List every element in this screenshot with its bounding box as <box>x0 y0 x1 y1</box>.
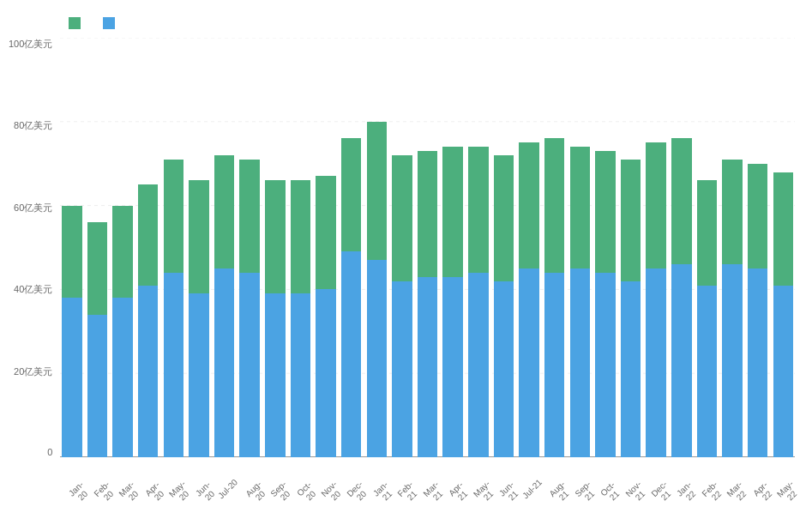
bar-google <box>748 164 767 269</box>
bar-stack <box>112 206 132 457</box>
bar-stack <box>494 155 514 457</box>
bar-google <box>189 180 208 293</box>
bar-google <box>265 180 285 293</box>
bar-group <box>365 38 389 457</box>
bar-stack <box>595 151 615 457</box>
bar-stack <box>722 160 742 457</box>
bar-group <box>517 38 541 457</box>
bar-apple <box>112 298 132 457</box>
bar-google <box>519 142 538 269</box>
bar-google <box>87 222 107 315</box>
bar-google <box>646 142 665 269</box>
bars-area <box>60 38 795 457</box>
bar-apple <box>341 251 361 457</box>
bar-group <box>213 38 237 457</box>
bar-apple <box>291 293 310 457</box>
bar-apple <box>646 269 665 457</box>
bar-group <box>162 38 186 457</box>
bar-google <box>291 180 310 293</box>
bar-apple <box>418 277 437 457</box>
bar-apple <box>367 260 387 457</box>
y-label: 100亿美元 <box>9 38 52 51</box>
bar-group <box>60 38 84 457</box>
bar-apple <box>773 286 793 457</box>
bar-group <box>619 38 643 457</box>
bar-stack <box>367 122 387 457</box>
chart-area: Jan-20Feb-20Mar-20Apr-20May-20Jun-20Jul-… <box>60 38 795 457</box>
bar-group <box>187 38 211 457</box>
bar-group <box>466 38 490 457</box>
bar-apple <box>316 289 335 457</box>
apple-color-swatch <box>103 17 115 29</box>
y-label: 80亿美元 <box>9 119 52 132</box>
y-label: 60亿美元 <box>9 202 52 214</box>
bar-stack <box>316 176 335 457</box>
bar-google <box>697 180 717 285</box>
bar-apple <box>214 269 234 457</box>
bar-apple <box>442 277 462 457</box>
bar-group <box>772 38 796 457</box>
bar-stack <box>697 180 717 457</box>
google-color-swatch <box>69 17 81 29</box>
bar-stack <box>164 160 183 457</box>
bar-group <box>543 38 567 457</box>
bar-stack <box>671 138 691 457</box>
bar-google <box>494 155 514 281</box>
bar-stack <box>341 138 361 457</box>
bar-apple <box>570 269 590 457</box>
bar-group <box>263 38 287 457</box>
bar-group <box>289 38 313 457</box>
bar-apple <box>164 273 183 457</box>
bar-stack <box>189 180 208 457</box>
bar-group <box>695 38 719 457</box>
y-axis: 020亿美元40亿美元60亿美元80亿美元100亿美元 <box>9 38 52 457</box>
bar-google <box>138 184 158 285</box>
bar-apple <box>468 273 488 457</box>
bar-apple <box>519 269 538 457</box>
bar-google <box>341 138 361 251</box>
bar-stack <box>519 142 538 457</box>
bar-google <box>112 206 132 299</box>
bar-stack <box>468 147 488 457</box>
bar-stack <box>621 160 641 457</box>
bar-google <box>239 160 259 273</box>
x-axis: Jan-20Feb-20Mar-20Apr-20May-20Jun-20Jul-… <box>60 481 795 504</box>
bar-google <box>621 160 641 281</box>
bar-stack <box>87 222 107 457</box>
bar-apple <box>748 269 767 457</box>
bar-google <box>595 151 615 273</box>
bar-google <box>544 138 564 272</box>
x-label: May-22 <box>773 477 804 508</box>
bar-stack <box>570 147 590 457</box>
bar-apple <box>239 273 259 457</box>
bar-group <box>492 38 516 457</box>
y-label: 40亿美元 <box>9 283 52 296</box>
y-label: 0 <box>9 447 52 457</box>
bar-apple <box>62 298 81 457</box>
bar-group <box>416 38 440 457</box>
bar-stack <box>392 155 412 457</box>
bar-apple <box>138 286 158 457</box>
legend <box>69 17 795 29</box>
bar-google <box>442 147 462 277</box>
bar-apple <box>621 281 641 457</box>
bar-apple <box>392 281 412 457</box>
bar-group <box>670 38 694 457</box>
bar-stack <box>239 160 259 457</box>
y-label: 20亿美元 <box>9 365 52 378</box>
bar-apple <box>544 273 564 457</box>
bar-group <box>441 38 465 457</box>
bar-apple <box>595 273 615 457</box>
bar-group <box>136 38 160 457</box>
bar-stack <box>773 172 793 457</box>
bar-group <box>568 38 592 457</box>
bar-stack <box>442 147 462 457</box>
bar-stack <box>214 155 234 457</box>
legend-google <box>69 17 86 29</box>
bar-google <box>570 147 590 269</box>
bar-stack <box>646 142 665 457</box>
bar-stack <box>265 180 285 457</box>
bar-group <box>314 38 338 457</box>
bar-stack <box>291 180 310 457</box>
bar-stack <box>138 184 158 457</box>
